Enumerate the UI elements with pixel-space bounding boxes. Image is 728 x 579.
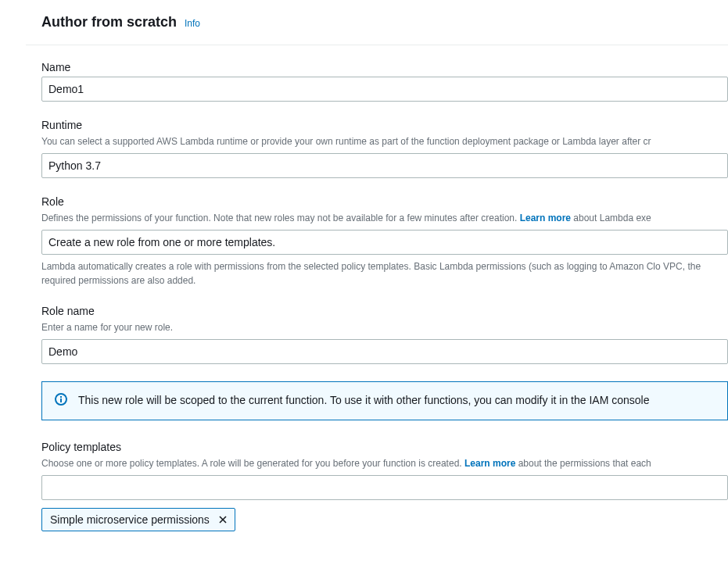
role-hint: Defines the permissions of your function…	[41, 211, 728, 225]
role-name-input[interactable]	[41, 339, 728, 364]
role-label: Role	[41, 195, 728, 208]
panel-title: Author from scratch	[41, 14, 177, 30]
runtime-label: Runtime	[41, 119, 728, 131]
role-name-label: Role name	[41, 305, 728, 317]
policy-hint-post: about the permissions that each	[515, 458, 651, 469]
policy-token-label: Simple microservice permissions	[50, 513, 210, 526]
name-label: Name	[41, 61, 728, 73]
svg-rect-1	[60, 399, 62, 402]
policy-select[interactable]	[41, 475, 728, 500]
info-box: This new role will be scoped to the curr…	[41, 381, 728, 420]
policy-token: Simple microservice permissions	[41, 508, 235, 531]
info-icon	[55, 393, 67, 406]
runtime-group: Runtime You can select a supported AWS L…	[41, 119, 728, 178]
info-link[interactable]: Info	[185, 18, 200, 29]
close-icon[interactable]	[217, 514, 228, 525]
role-name-hint: Enter a name for your new role.	[41, 320, 728, 334]
role-hint-post: about Lambda exe	[571, 213, 651, 223]
policy-hint-pre: Choose one or more policy templates. A r…	[41, 458, 464, 469]
policy-label: Policy templates	[41, 441, 728, 453]
info-box-text: This new role will be scoped to the curr…	[78, 393, 649, 409]
runtime-hint: You can select a supported AWS Lambda ru…	[41, 134, 728, 148]
policy-hint: Choose one or more policy templates. A r…	[41, 456, 728, 470]
panel-header: Author from scratch Info	[26, 0, 728, 45]
runtime-select[interactable]: Python 3.7	[41, 153, 728, 178]
name-input[interactable]	[41, 77, 728, 102]
role-select[interactable]: Create a new role from one or more templ…	[41, 230, 728, 255]
role-hint-below: Lambda automatically creates a role with…	[41, 259, 728, 288]
role-hint-pre: Defines the permissions of your function…	[41, 213, 520, 223]
svg-rect-2	[60, 396, 62, 398]
role-name-group: Role name Enter a name for your new role…	[41, 305, 728, 364]
policy-group: Policy templates Choose one or more poli…	[41, 441, 728, 531]
policy-learn-more-link[interactable]: Learn more	[464, 458, 515, 469]
name-group: Name	[41, 61, 728, 102]
role-group: Role Defines the permissions of your fun…	[41, 195, 728, 288]
role-learn-more-link[interactable]: Learn more	[520, 213, 571, 223]
